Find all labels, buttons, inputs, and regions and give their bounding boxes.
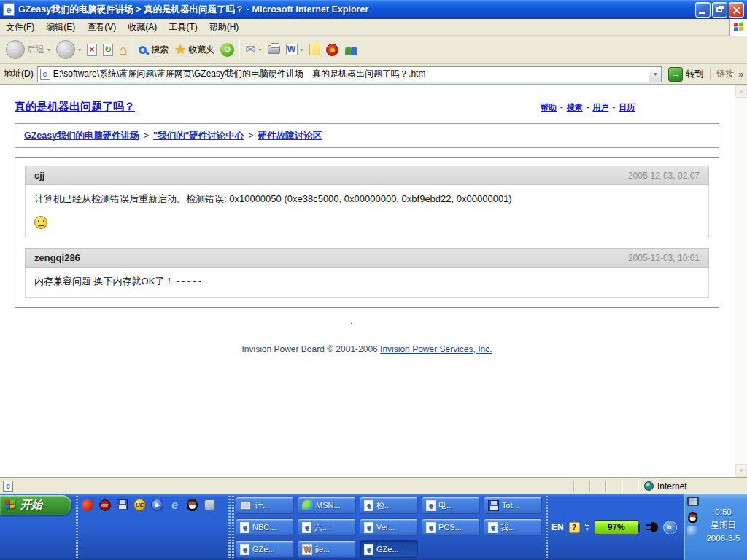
back-dropdown-icon[interactable]: ▾ — [47, 47, 50, 53]
stop-button[interactable]: × — [84, 37, 100, 62]
ibm-icon[interactable]: IBM — [98, 498, 112, 512]
menu-help[interactable]: 帮助(H) — [204, 19, 245, 36]
restore-button[interactable] — [712, 2, 727, 18]
home-icon: ⌂ — [119, 42, 128, 57]
edit-with-word-button[interactable]: W ▾ — [283, 37, 306, 62]
footer-link[interactable]: Invision Power Services, Inc. — [380, 344, 492, 354]
red-app-button[interactable] — [323, 37, 341, 62]
internet-explorer-icon[interactable]: e — [168, 498, 182, 512]
task-button-jie[interactable]: Wjie... — [298, 540, 356, 558]
scroll-down-button[interactable]: ▼ — [735, 464, 747, 477]
topic-title-link[interactable]: 真的是机器出问题了吗？ — [15, 100, 135, 114]
messenger-tray-icon[interactable] — [687, 526, 700, 538]
calendar-link[interactable]: 日历 — [619, 102, 635, 113]
minimize-button[interactable] — [695, 2, 711, 18]
vertical-scrollbar[interactable]: ▲ ▼ — [735, 85, 747, 478]
task-button-ie-gzeasy-1[interactable]: eGZe... — [236, 540, 294, 558]
show-hidden-icons-button[interactable]: « — [663, 521, 677, 534]
status-document-pane: e — [0, 478, 573, 494]
forum-page: 真的是机器出问题了吗？ 帮助 - 搜索 - 用户 - 日历 GZeasy我们的电… — [15, 85, 719, 354]
search-button[interactable]: 搜索 — [136, 37, 171, 62]
address-input[interactable] — [53, 68, 646, 81]
mail-button[interactable]: ✉ ▾ — [242, 37, 264, 62]
qq-icon[interactable] — [185, 498, 199, 512]
clock-date: 2006-3-5 — [701, 532, 746, 545]
task-button-msn[interactable]: MSN... — [298, 497, 356, 514]
menu-tools[interactable]: 工具(T) — [163, 19, 203, 36]
task-button-ie-gzeasy-active[interactable]: eGZe... — [360, 540, 418, 558]
power-plug-icon[interactable] — [646, 522, 658, 532]
menu-favorites[interactable]: 收藏(A) — [122, 19, 163, 36]
task-button-ie-liu[interactable]: e六... — [298, 518, 356, 536]
task-button-ie-pcs[interactable]: ePCS... — [422, 518, 480, 536]
battery-meter[interactable]: 97% — [595, 520, 638, 534]
task-button-my-computer[interactable]: 计... — [236, 497, 294, 514]
search-label: 搜索 — [151, 44, 169, 56]
mail-dropdown-icon[interactable]: ▾ — [259, 47, 262, 53]
footer-text: Invision Power Board © 2001-2006 — [241, 344, 377, 354]
back-label: 后退 — [27, 44, 44, 56]
post-date: 2005-12-03, 10:01 — [628, 253, 700, 263]
computer-icon — [240, 501, 252, 510]
floppy-icon — [488, 500, 499, 511]
close-button[interactable] — [729, 2, 744, 18]
task-button-total-commander[interactable]: Tot... — [484, 497, 542, 514]
language-indicator[interactable]: EN — [551, 522, 564, 532]
quicklaunch-drag-handle[interactable] — [76, 496, 78, 558]
ime-help-icon[interactable]: ? — [569, 522, 580, 533]
display-tray-icon[interactable] — [687, 497, 700, 509]
page-header: 真的是机器出问题了吗？ 帮助 - 搜索 - 用户 - 日历 — [15, 100, 719, 114]
post-header: cjj 2005-12-03, 02:07 — [25, 166, 709, 185]
taskband-drag-handle[interactable] — [228, 496, 231, 558]
menu-file[interactable]: 文件(F) — [0, 19, 40, 36]
favorites-label: 收藏夹 — [188, 44, 214, 56]
minimize-icon — [699, 12, 705, 14]
messenger-icon[interactable] — [203, 498, 217, 512]
help-link[interactable]: 帮助 — [541, 102, 557, 113]
breadcrumb-discussion-center[interactable]: "我们的"硬件讨论中心 — [153, 130, 244, 142]
qq-tray-icon[interactable] — [688, 512, 699, 523]
post-text: 内存兼容问题 换下内存就OK了！~~~~~ — [34, 275, 700, 288]
window-title: GZeasy我们的电脑硬件讲场 > 真的是机器出问题了吗？ - Microsof… — [18, 4, 694, 16]
word-dropdown-icon[interactable]: ▾ — [301, 47, 303, 53]
ie-page-icon: e — [488, 522, 498, 533]
post-author: cjj — [34, 170, 44, 181]
history-button[interactable]: ↺ — [217, 37, 237, 62]
ultraedit-icon[interactable]: UE — [133, 498, 147, 512]
scroll-up-button[interactable]: ▲ — [735, 85, 747, 98]
media-player-icon[interactable]: ▶ — [150, 498, 164, 512]
links-chevron-icon[interactable]: » — [738, 69, 743, 79]
task-button-ie-ver[interactable]: eVer... — [360, 518, 418, 536]
messenger-button[interactable] — [341, 37, 362, 62]
address-dropdown-button[interactable]: ▼ — [649, 67, 661, 82]
members-link[interactable]: 用户 — [592, 102, 608, 113]
post-date: 2005-12-03, 02:07 — [628, 171, 700, 181]
discuss-button[interactable] — [306, 37, 323, 62]
task-button-ie-dian[interactable]: e电... — [422, 497, 480, 514]
refresh-button[interactable]: ↻ — [100, 37, 116, 62]
menu-edit[interactable]: 编辑(E) — [40, 19, 81, 36]
search-link[interactable]: 搜索 — [567, 102, 583, 113]
breadcrumb-hardware-fault-forum[interactable]: 硬件故障讨论区 — [258, 130, 322, 142]
forward-dropdown-icon[interactable]: ▾ — [78, 47, 81, 53]
breadcrumb-forum-home[interactable]: GZeasy我们的电脑硬件讲场 — [24, 130, 139, 142]
foxmail-icon[interactable] — [80, 498, 94, 512]
favorites-button[interactable]: ★ 收藏夹 — [171, 37, 217, 62]
task-button-ie-jian[interactable]: e检... — [360, 497, 418, 514]
title-bar: e GZeasy我们的电脑硬件讲场 > 真的是机器出问题了吗？ - Micros… — [0, 0, 747, 19]
links-toolbar[interactable]: 链接 » — [710, 68, 743, 80]
back-button[interactable]: ← 后退 ▾ — [3, 37, 53, 62]
task-button-ie-wo[interactable]: e我... — [484, 518, 542, 536]
go-button[interactable]: → 转到 — [665, 66, 706, 82]
taskband-drag-handle[interactable] — [232, 496, 234, 558]
task-button-ie-nbc[interactable]: eNBC... — [236, 518, 294, 536]
tray-drag-handle — [546, 496, 548, 558]
total-commander-icon[interactable] — [115, 498, 129, 512]
home-button[interactable]: ⌂ — [116, 37, 131, 62]
address-bar: 地址(D) e ▼ → 转到 链接 » — [0, 64, 747, 85]
menu-view[interactable]: 查看(V) — [81, 19, 122, 36]
print-button[interactable] — [265, 37, 283, 62]
start-button[interactable]: 开始 — [0, 495, 71, 515]
forward-button[interactable]: → ▾ — [53, 37, 84, 62]
ime-options-icon[interactable]: ▾ — [585, 524, 589, 531]
